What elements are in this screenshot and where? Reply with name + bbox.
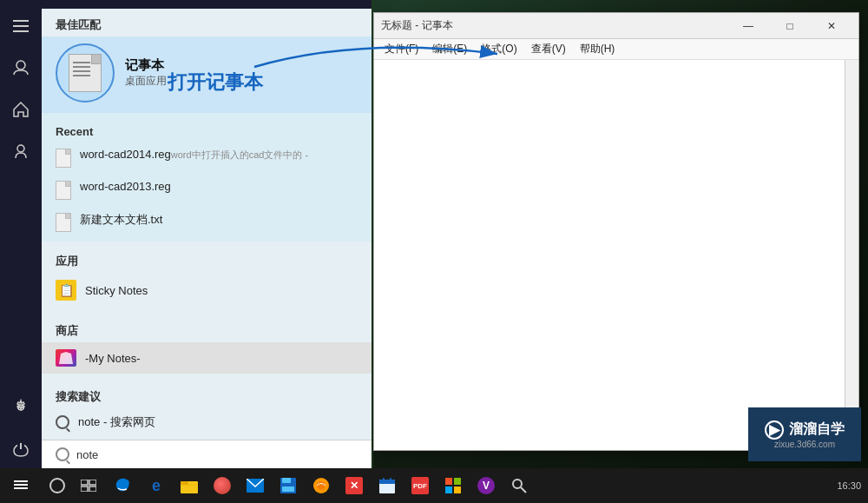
search-suggestion-section: 搜索建议 note - 搜索网页 xyxy=(42,377,372,440)
apps-label: 应用 xyxy=(42,245,372,273)
svg-rect-10 xyxy=(89,486,96,492)
notepad-app-icon xyxy=(69,54,102,92)
search-suggestion-icon xyxy=(56,415,69,429)
notepad-menubar: 文件(F) 编辑(E) 格式(O) 查看(V) 帮助(H) xyxy=(374,39,858,60)
explorer-icon xyxy=(181,478,198,493)
left-sidebar xyxy=(0,0,42,468)
minimize-button[interactable]: — xyxy=(728,14,768,38)
store-item[interactable]: -My Notes- xyxy=(42,342,372,374)
notepad-line-3 xyxy=(73,70,90,72)
close-button[interactable]: ✕ xyxy=(812,14,852,38)
search-suggestion-label: 搜索建议 xyxy=(42,381,372,408)
search-suggestion-item[interactable]: note - 搜索网页 xyxy=(42,408,372,436)
taskbar-explorer[interactable] xyxy=(174,468,205,503)
svg-rect-26 xyxy=(454,486,461,493)
taskbar-globe[interactable] xyxy=(306,468,337,503)
open-notepad-label: 打开记事本 xyxy=(168,69,263,96)
sticky-notes-item[interactable]: 📋 Sticky Notes xyxy=(42,273,372,308)
svg-rect-16 xyxy=(282,486,294,492)
ie-icon: e xyxy=(152,477,161,495)
svg-rect-12 xyxy=(181,481,188,485)
taskbar-disk[interactable] xyxy=(273,468,304,503)
titlebar-controls: — □ ✕ xyxy=(728,14,852,38)
recent-item-2[interactable]: 新建文本文档.txt xyxy=(42,206,372,238)
vivaldi-icon: V xyxy=(477,477,495,494)
start-search-input[interactable] xyxy=(76,448,358,461)
start-menu-icon xyxy=(14,480,28,491)
taskbar-app1[interactable] xyxy=(207,468,238,503)
recent-item-1[interactable]: word-cad2013.reg xyxy=(42,174,372,206)
svg-line-28 xyxy=(521,487,526,493)
taskbar-search-btn[interactable] xyxy=(503,468,535,503)
taskbar-ie[interactable]: e xyxy=(141,468,172,503)
svg-rect-21 xyxy=(383,478,385,481)
notepad-scrollbar[interactable] xyxy=(845,60,858,450)
best-match-info: 记事本 桌面应用 xyxy=(125,57,167,89)
taskbar-pdf[interactable]: PDF xyxy=(404,468,436,503)
notepad-title: 无标题 - 记事本 xyxy=(381,18,728,33)
taskbar-start-button[interactable] xyxy=(0,468,42,503)
taskbar-windows[interactable] xyxy=(437,468,469,503)
taskview-icon xyxy=(81,480,96,492)
recent-item-0[interactable]: word-cad2014.regword中打开插入的cad文件中的 - xyxy=(42,142,372,174)
taskbar-vivaldi[interactable]: V xyxy=(470,468,502,503)
taskbar-cortana[interactable] xyxy=(42,468,73,503)
watermark-top: ▶ 溜溜自学 xyxy=(765,420,845,440)
disk-icon xyxy=(280,478,296,493)
svg-rect-9 xyxy=(81,486,88,492)
svg-rect-25 xyxy=(445,486,452,493)
sidebar-power-icon[interactable] xyxy=(2,430,40,468)
recent-item-text-0: word-cad2014.regword中打开插入的cad文件中的 - xyxy=(80,148,308,162)
file-icon-0 xyxy=(56,149,71,168)
svg-rect-0 xyxy=(13,20,29,22)
taskbar-calendar[interactable] xyxy=(372,468,403,503)
edge-icon xyxy=(115,477,132,494)
file-icon-2 xyxy=(56,213,71,232)
globe-taskbar-icon xyxy=(312,477,330,494)
notepad-textarea[interactable] xyxy=(378,63,855,447)
svg-rect-24 xyxy=(454,478,461,485)
apps-section: 应用 📋 Sticky Notes xyxy=(42,242,372,311)
menu-format[interactable]: 格式(O) xyxy=(474,39,523,60)
taskbar-icons: e xyxy=(104,468,830,503)
menu-view[interactable]: 查看(V) xyxy=(524,39,573,60)
notepad-window: 无标题 - 记事本 — □ ✕ 文件(F) 编辑(E) 格式(O) 查看(V) … xyxy=(373,12,859,451)
sidebar-home-icon[interactable] xyxy=(2,90,40,129)
notepad-icon-wrapper xyxy=(56,43,115,103)
recent-item-text-1: word-cad2013.reg xyxy=(80,180,171,193)
menu-edit[interactable]: 编辑(E) xyxy=(425,39,474,60)
svg-point-3 xyxy=(16,61,25,69)
calendar-icon xyxy=(379,478,395,493)
start-menu-search xyxy=(42,440,372,468)
sidebar-user-icon[interactable] xyxy=(2,49,40,87)
sidebar-person-icon[interactable] xyxy=(2,132,40,170)
notepad-line-2 xyxy=(73,66,90,68)
taskbar-app2[interactable]: ✕ xyxy=(339,468,370,503)
best-match-label: 最佳匹配 xyxy=(42,9,372,36)
svg-rect-23 xyxy=(445,478,452,485)
app2-icon: ✕ xyxy=(345,477,363,494)
sidebar-hamburger[interactable] xyxy=(2,7,40,45)
svg-rect-2 xyxy=(13,30,29,32)
maximize-button[interactable]: □ xyxy=(770,14,810,38)
recent-item-name-0: word-cad2014.regword中打开插入的cad文件中的 - xyxy=(80,148,308,162)
best-match-sub: 桌面应用 xyxy=(125,74,167,89)
menu-help[interactable]: 帮助(H) xyxy=(573,39,622,60)
taskbar-time: 16:30 xyxy=(837,480,861,491)
taskbar-edge[interactable] xyxy=(108,468,139,503)
watermark: ▶ 溜溜自学 zixue.3d66.com xyxy=(748,407,861,461)
taskbar-mail[interactable] xyxy=(240,468,271,503)
menu-file[interactable]: 文件(F) xyxy=(378,39,425,60)
notepad-titlebar: 无标题 - 记事本 — □ ✕ xyxy=(374,13,858,39)
taskbar-taskview[interactable] xyxy=(73,468,104,503)
watermark-text: 溜溜自学 xyxy=(789,420,845,439)
store-section: 商店 -My Notes- xyxy=(42,311,372,377)
sidebar-gear-icon[interactable] xyxy=(2,388,40,427)
search-suggestion-text: note - 搜索网页 xyxy=(78,414,155,430)
desktop: ⬛ 📄 🌐 筛选器 ∨ 最佳匹配 xyxy=(0,0,868,503)
search-taskbar-icon xyxy=(511,478,527,493)
svg-rect-1 xyxy=(13,25,29,27)
file-icon-1 xyxy=(56,181,71,200)
pdf-icon: PDF xyxy=(411,477,429,494)
notepad-line-1 xyxy=(73,62,90,63)
